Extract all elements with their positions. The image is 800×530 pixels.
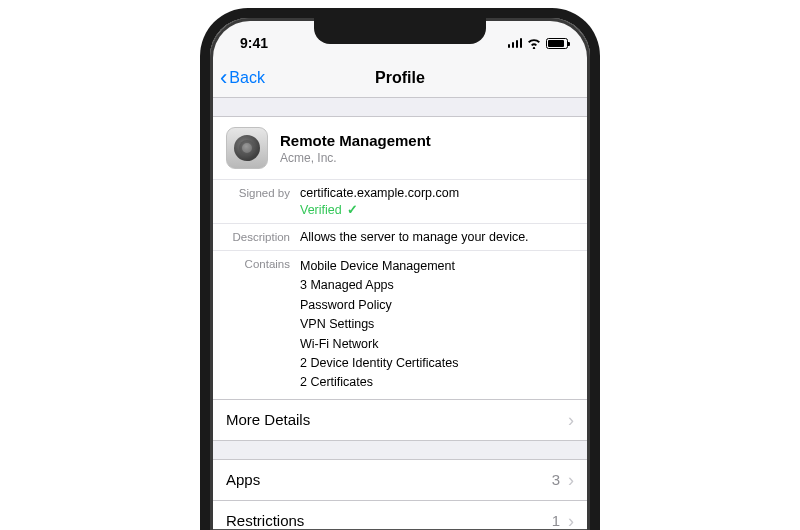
restrictions-row[interactable]: Restrictions 1 ›	[212, 501, 588, 530]
description-label: Description	[226, 230, 300, 244]
more-details-label: More Details	[226, 411, 310, 428]
contains-item: VPN Settings	[300, 315, 574, 334]
restrictions-label: Restrictions	[226, 512, 304, 529]
signer-value: certificate.example.corp.com	[300, 186, 574, 200]
chevron-right-icon: ›	[568, 471, 574, 489]
verified-badge: Verified ✓	[300, 202, 574, 217]
apps-row[interactable]: Apps 3 ›	[212, 459, 588, 501]
profile-name: Remote Management	[280, 132, 431, 149]
apps-count: 3	[552, 471, 560, 488]
volume-down-button	[200, 200, 201, 244]
description-value: Allows the server to manage your device.	[300, 230, 574, 244]
cellular-signal-icon	[508, 38, 523, 48]
checkmark-icon: ✓	[347, 202, 358, 217]
back-button[interactable]: ‹ Back	[220, 67, 265, 89]
chevron-left-icon: ‹	[220, 67, 227, 89]
mute-switch	[200, 100, 201, 124]
page-title: Profile	[375, 69, 425, 87]
contains-list: Mobile Device Management 3 Managed Apps …	[300, 257, 574, 393]
contains-item: Password Policy	[300, 296, 574, 315]
chevron-right-icon: ›	[568, 512, 574, 530]
chevron-right-icon: ›	[568, 411, 574, 429]
content: Remote Management Acme, Inc. Signed by c…	[212, 98, 588, 530]
contains-item: 2 Certificates	[300, 373, 574, 392]
wifi-icon	[527, 37, 541, 49]
nav-bar: ‹ Back Profile	[212, 58, 588, 98]
verified-label: Verified	[300, 203, 342, 217]
side-button	[599, 156, 600, 222]
contains-item: 3 Managed Apps	[300, 276, 574, 295]
signed-by-label: Signed by	[226, 186, 300, 217]
settings-gear-icon	[226, 127, 268, 169]
status-time: 9:41	[240, 35, 268, 51]
screen: 9:41 ‹ Back Profile Remote Management	[212, 20, 588, 530]
phone-mockup: 9:41 ‹ Back Profile Remote Management	[200, 8, 600, 530]
contains-row: Contains Mobile Device Management 3 Mana…	[212, 250, 588, 399]
battery-icon	[546, 38, 568, 49]
more-details-row[interactable]: More Details ›	[212, 400, 588, 441]
back-label: Back	[229, 69, 265, 87]
description-row: Description Allows the server to manage …	[212, 223, 588, 250]
contains-item: 2 Device Identity Certificates	[300, 354, 574, 373]
profile-org: Acme, Inc.	[280, 151, 431, 165]
apps-label: Apps	[226, 471, 260, 488]
profile-card: Remote Management Acme, Inc. Signed by c…	[212, 116, 588, 400]
signed-by-row: Signed by certificate.example.corp.com V…	[212, 179, 588, 223]
notch	[314, 18, 486, 44]
contains-item: Wi-Fi Network	[300, 335, 574, 354]
profile-header: Remote Management Acme, Inc.	[212, 117, 588, 179]
restrictions-count: 1	[552, 512, 560, 529]
status-right	[508, 37, 569, 49]
volume-up-button	[200, 144, 201, 188]
contains-label: Contains	[226, 257, 300, 393]
contains-item: Mobile Device Management	[300, 257, 574, 276]
